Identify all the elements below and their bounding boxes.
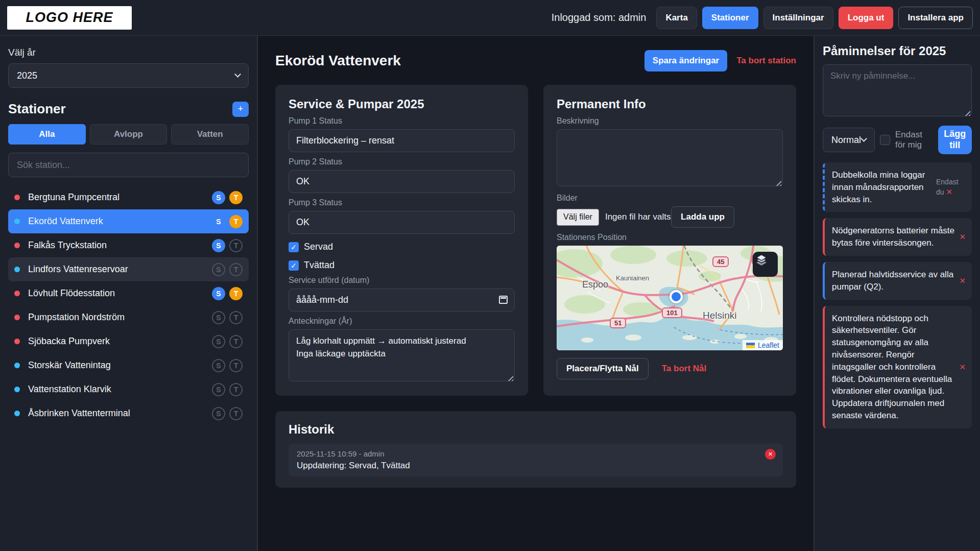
add-reminder-button[interactable]: Lägg till [938,126,972,154]
pump3-label: Pump 3 Status [289,198,515,207]
nav-button-installera-app[interactable]: Installera app [898,7,973,29]
history-panel: Historik 2025-11-15 10:59 - adminUppdate… [275,411,796,488]
station-item-storskär-vattenintag[interactable]: Storskär VattenintagST [8,353,249,377]
reminder-card: Kontrollera nödstopp och säkerhetsventil… [823,306,972,428]
service-checkboxes: ServadTvättad [289,242,515,271]
station-badges: ST [212,263,243,276]
nav-button-karta[interactable]: Karta [656,7,697,29]
only-me-label: Endast för mig [895,130,933,151]
delete-reminder-button[interactable]: ✕ [959,276,966,285]
only-me-checkbox[interactable] [880,135,890,145]
pump1-input[interactable] [289,129,515,152]
route-badge-101: 101 [662,307,682,318]
new-reminder-textarea[interactable] [823,64,972,116]
calendar-icon[interactable] [499,296,508,304]
year-select-value: 2025 [17,70,37,81]
station-item-sjöbacka-pumpverk[interactable]: Sjöbacka PumpverkST [8,329,249,353]
stations-sidebar: Välj år 2025 Stationer + AllaAvloppVatte… [0,36,258,551]
filter-alla[interactable]: Alla [8,124,86,145]
reminder-text: Kontrollera nödstopp och säkerhetsventil… [832,313,955,422]
station-map[interactable]: Espoo Kauniainen Helsinki 45 4 101 51 [557,246,783,350]
year-select[interactable]: 2025 [8,63,249,88]
station-badges: ST [212,311,243,324]
servad-checkbox[interactable] [289,242,299,252]
remove-pin-button[interactable]: Ta bort Nål [662,364,707,374]
delete-reminder-button[interactable]: ✕ [946,187,952,197]
station-badges: ST [212,359,243,372]
station-item-lindfors-vattenreservoar[interactable]: Lindfors VattenreservoarST [8,257,249,281]
reminder-card: Planerad halvtidsservice av alla pumpar … [823,262,972,300]
station-item-bergtuna-pumpcentral[interactable]: Bergtuna PumpcentralST [8,185,249,209]
pump2-label: Pump 2 Status [289,157,515,166]
station-name: Pumpstation Nordström [28,312,125,323]
add-station-button[interactable]: + [232,102,249,117]
delete-reminder-button[interactable]: ✕ [959,232,966,242]
station-name: Falkås Tryckstation [28,240,107,251]
filter-avlopp[interactable]: Avlopp [90,124,168,145]
position-label: Stationens Position [557,233,783,242]
route-badge-45: 45 [712,256,729,267]
station-type-dot [14,195,20,200]
map-label-kauniainen: Kauniainen [616,274,649,282]
station-item-falkås-tryckstation[interactable]: Falkås TryckstationST [8,233,249,257]
delete-station-button[interactable]: Ta bort station [736,56,796,66]
station-item-vattenstation-klarvik[interactable]: Vattenstation KlarvikST [8,377,249,401]
layers-icon [753,252,770,269]
save-changes-button[interactable]: Spara ändringar [644,50,727,71]
tvattad-badge: T [229,191,243,204]
station-pin-marker[interactable] [670,290,683,303]
permanent-info-panel: Permanent Info Beskrivning Bilder Välj f… [543,85,796,396]
history-title: Historik [289,422,783,437]
servad-badge: S [212,263,225,276]
station-name: Åsbrinken Vattenterminal [28,408,130,419]
tvattad-badge: T [229,239,243,252]
station-name: Lövhult Flödesstation [28,288,115,299]
service-date-label: Service utförd (datum) [289,276,515,285]
upload-button[interactable]: Ladda upp [671,206,734,228]
description-textarea[interactable] [557,129,783,186]
priority-select[interactable]: Normal [823,128,875,152]
station-item-ekoröd-vattenverk[interactable]: Ekoröd VattenverkST [8,209,249,233]
station-type-dot [14,387,20,392]
images-label: Bilder [557,194,783,203]
description-label: Beskrivning [557,116,783,126]
station-item-åsbrinken-vattenterminal[interactable]: Åsbrinken VattenterminalST [8,401,249,425]
tvattad-badge: T [229,263,243,276]
service-date-input[interactable] [289,289,515,312]
map-attribution: Leaflet [743,340,783,350]
station-item-pumpstation-nordström[interactable]: Pumpstation NordströmST [8,305,249,329]
servad-badge: S [212,191,225,204]
nav-button-inställningar[interactable]: Inställningar [763,7,833,29]
station-name: Storskär Vattenintag [28,360,111,371]
history-entry-text: Uppdatering: Servad, Tvättad [297,461,775,471]
tvattad-badge: T [229,311,243,324]
station-item-lövhult-flödesstation[interactable]: Lövhult FlödesstationST [8,281,249,305]
servad-badge: S [212,407,225,420]
place-pin-button[interactable]: Placera/Flytta Nål [557,358,649,379]
nav-button-logga-ut[interactable]: Logga ut [839,7,894,29]
station-name: Sjöbacka Pumpverk [28,336,110,347]
nav-button-stationer[interactable]: Stationer [702,7,758,29]
delete-reminder-button[interactable]: ✕ [959,363,966,372]
ukraine-flag-icon [746,343,755,348]
map-layers-control[interactable] [753,252,778,277]
nav-buttons: KartaStationerInställningarLogga utInsta… [656,7,973,29]
pump2-input[interactable] [289,170,515,193]
station-badges: ST [212,407,243,420]
pump3-input[interactable] [289,211,515,234]
checkbox-row-servad: Servad [289,242,515,252]
notes-textarea[interactable]: Låg klorhalt uppmätt → automatiskt juste… [289,329,515,381]
filter-vatten[interactable]: Vatten [171,124,249,145]
chevron-down-icon [234,71,241,78]
leaflet-link[interactable]: Leaflet [758,341,779,349]
choose-files-button[interactable]: Välj filer [557,209,599,226]
search-input[interactable] [8,153,249,177]
reminder-card: Nödgeneratorns batterier måste bytas för… [823,218,972,256]
reminders-sidebar: Påminnelser för 2025 Normal Endast för m… [814,36,980,551]
reminder-card: Dubbelkolla mina loggar innan månadsrapp… [823,162,972,212]
station-type-dot [14,219,20,224]
service-panel-title: Service & Pumpar 2025 [289,97,515,111]
top-navbar: LOGO HERE Inloggad som: admin KartaStati… [0,0,980,36]
delete-history-entry-button[interactable]: ✕ [765,449,776,460]
tvättad-checkbox[interactable] [289,260,299,271]
